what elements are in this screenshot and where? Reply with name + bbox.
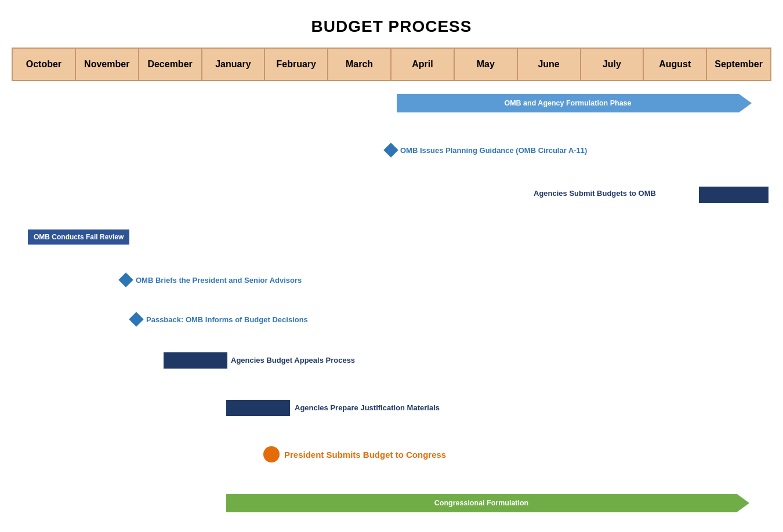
month-aug: August	[644, 49, 707, 80]
justification-label: Agencies Prepare Justification Materials	[295, 403, 440, 412]
congressional-formulation-label: Congressional Formulation	[434, 499, 529, 507]
page-container: BUDGET PROCESS October November December…	[0, 0, 783, 493]
omb-briefs-row: OMB Briefs the President and Senior Advi…	[17, 271, 771, 289]
appeals-bar	[164, 352, 227, 369]
omb-agency-label: OMB and Agency Formulation Phase	[504, 99, 631, 107]
month-nov: November	[76, 49, 139, 80]
content-area: OMB and Agency Formulation Phase OMB Iss…	[12, 87, 771, 481]
omb-agency-bar: OMB and Agency Formulation Phase	[397, 94, 739, 112]
month-jul: July	[581, 49, 644, 80]
agencies-submit-label: Agencies Submit Budgets to OMB	[534, 189, 656, 198]
justification-row: Agencies Prepare Justification Materials	[17, 399, 771, 417]
passback-label: Passback: OMB Informs of Budget Decision…	[146, 315, 308, 324]
month-oct: October	[13, 49, 76, 80]
appeals-label: Agencies Budget Appeals Process	[231, 356, 355, 365]
appeals-row: Agencies Budget Appeals Process	[17, 351, 771, 370]
omb-planning-row: OMB Issues Planning Guidance (OMB Circul…	[17, 141, 771, 159]
month-may: May	[455, 49, 518, 80]
president-submits-row: President Submits Budget to Congress	[17, 444, 771, 465]
month-jan: January	[202, 49, 266, 80]
agencies-submit-bar	[699, 187, 768, 203]
passback-diamond	[129, 312, 143, 326]
omb-agency-row: OMB and Agency Formulation Phase	[17, 93, 771, 114]
month-sep: September	[707, 49, 770, 80]
president-submits-label: President Submits Budget to Congress	[284, 450, 446, 460]
omb-planning-label: OMB Issues Planning Guidance (OMB Circul…	[400, 146, 587, 155]
month-apr: April	[392, 49, 455, 80]
page-title: BUDGET PROCESS	[12, 17, 771, 36]
omb-fall-review-box: OMB Conducts Fall Review	[28, 229, 129, 245]
president-submits-circle	[263, 446, 280, 462]
omb-briefs-label: OMB Briefs the President and Senior Advi…	[136, 276, 302, 285]
justification-bar	[226, 400, 290, 416]
omb-planning-diamond	[383, 143, 398, 157]
congressional-formulation-bar: Congressional Formulation	[226, 494, 737, 512]
congressional-formulation-row: Congressional Formulation	[17, 493, 771, 513]
omb-briefs-diamond	[118, 272, 133, 287]
omb-fall-review-row: OMB Conducts Fall Review	[17, 228, 771, 246]
month-dec: December	[139, 49, 202, 80]
month-mar: March	[328, 49, 392, 80]
passback-row: Passback: OMB Informs of Budget Decision…	[17, 311, 771, 328]
agencies-submit-row: Agencies Submit Budgets to OMB	[17, 184, 771, 202]
omb-fall-review-label: OMB Conducts Fall Review	[34, 233, 124, 241]
month-header: October November December January Februa…	[12, 48, 771, 81]
month-jun: June	[518, 49, 581, 80]
month-feb: February	[265, 49, 328, 80]
